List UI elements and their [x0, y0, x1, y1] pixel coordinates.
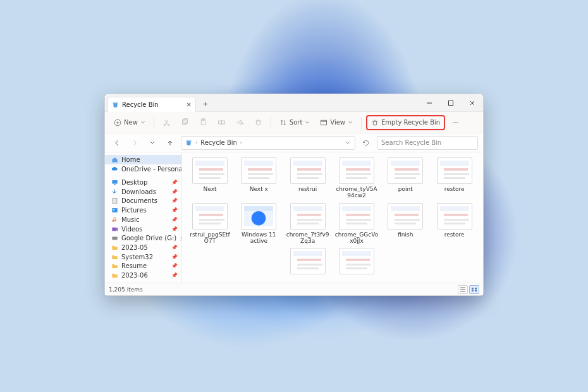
file-item[interactable]: Next x: [236, 157, 281, 199]
close-tab-icon[interactable]: ✕: [187, 101, 192, 108]
item-count: 1,205 items: [109, 286, 143, 293]
chevron-down-icon: [305, 120, 310, 125]
share-button[interactable]: [232, 115, 248, 130]
tab-recycle-bin[interactable]: Recycle Bin ✕: [107, 97, 196, 112]
details-view-button[interactable]: [458, 285, 468, 294]
file-item[interactable]: restore: [432, 157, 477, 199]
more-button[interactable]: ⋯: [448, 115, 463, 130]
minimize-button[interactable]: [419, 94, 440, 112]
new-button[interactable]: New: [110, 115, 149, 130]
refresh-button[interactable]: [359, 136, 373, 150]
sort-button[interactable]: Sort: [276, 115, 314, 130]
file-item[interactable]: rstrui_ppgSEtfO7T: [187, 203, 233, 245]
svg-point-2: [164, 124, 165, 125]
svg-rect-11: [114, 184, 116, 185]
paste-button[interactable]: [195, 115, 211, 130]
documents-icon: [111, 197, 118, 204]
sidebar-item-home[interactable]: Home: [105, 155, 181, 164]
rename-icon: [217, 118, 226, 126]
drive-icon: [111, 235, 118, 242]
desktop-icon: [111, 179, 118, 186]
cloud-icon: [111, 166, 118, 173]
file-item[interactable]: chrome_GGcVox0jJx: [334, 203, 379, 245]
file-item[interactable]: restrui: [285, 157, 331, 199]
folder-icon: [111, 254, 118, 260]
chevron-down-icon: [348, 120, 353, 125]
maximize-button[interactable]: [440, 94, 462, 112]
close-window-button[interactable]: [462, 94, 483, 112]
file-item[interactable]: Next: [187, 157, 233, 199]
file-item[interactable]: point: [383, 157, 428, 199]
sidebar-item-google-drive[interactable]: Google Drive (G:)📌: [105, 233, 181, 243]
file-explorer-window: Recycle Bin ✕ + New Sort V: [104, 94, 484, 296]
sidebar-item-system32[interactable]: System32📌: [105, 252, 181, 262]
thumbnail: [388, 157, 423, 184]
chevron-down-icon: [140, 120, 145, 125]
folder-icon: [111, 272, 118, 279]
search-input[interactable]: Search Recycle Bin: [377, 136, 478, 150]
back-button[interactable]: [110, 136, 124, 150]
folder-icon: [111, 262, 118, 269]
file-item[interactable]: chrome_7t3fv9Zq3a: [285, 203, 331, 245]
thumbnails-view-button[interactable]: [469, 285, 479, 294]
tab-title: Recycle Bin: [122, 101, 159, 108]
chevron-right-icon: ›: [240, 140, 242, 145]
sidebar-item-music[interactable]: Music📌: [105, 215, 181, 224]
sidebar-item-resume[interactable]: Resume📌: [105, 262, 181, 271]
chevron-down-icon[interactable]: [345, 140, 351, 146]
breadcrumb[interactable]: Recycle Bin: [200, 139, 237, 146]
file-item[interactable]: restore: [432, 203, 477, 245]
file-grid: Next Next x restrui chrome_tyV5A94cw2 po…: [187, 157, 478, 274]
svg-point-3: [168, 124, 169, 125]
cut-button[interactable]: [159, 115, 175, 130]
pin-icon: 📌: [171, 217, 178, 223]
sidebar-item-onedrive[interactable]: OneDrive - Personal: [105, 164, 181, 174]
view-toggle: [458, 285, 479, 294]
file-item[interactable]: Windows 11 active: [236, 203, 281, 245]
file-item[interactable]: [285, 248, 331, 274]
sidebar-item-2023-06[interactable]: 2023-06📌: [105, 271, 181, 280]
pin-icon: 📌: [171, 263, 178, 269]
thumbnail: [339, 157, 374, 184]
file-item[interactable]: [334, 248, 379, 274]
home-icon: [111, 156, 118, 163]
chevron-right-icon: ›: [195, 140, 197, 145]
thumbnail: [437, 157, 472, 184]
file-item[interactable]: chrome_tyV5A94cw2: [334, 157, 379, 199]
pin-icon: 📌: [171, 254, 178, 260]
sidebar-item-2023-05[interactable]: 2023-05📌: [105, 243, 181, 252]
new-tab-button[interactable]: +: [199, 97, 212, 111]
pin-icon: 📌: [171, 226, 178, 232]
sidebar-item-pictures[interactable]: Pictures📌: [105, 205, 181, 215]
thumbnail: [192, 203, 228, 230]
copy-button[interactable]: [177, 115, 193, 130]
recent-locations-button[interactable]: [145, 136, 159, 150]
content-pane[interactable]: Next Next x restrui chrome_tyV5A94cw2 po…: [182, 152, 483, 283]
address-row: › Recycle Bin › Search Recycle Bin: [105, 133, 483, 152]
sidebar-item-videos[interactable]: Videos📌: [105, 224, 181, 234]
address-bar[interactable]: › Recycle Bin ›: [181, 136, 355, 150]
delete-button[interactable]: [250, 115, 266, 130]
sidebar-item-downloads[interactable]: Downloads📌: [105, 187, 181, 197]
window-body: Home OneDrive - Personal Desktop📌 Downlo…: [105, 152, 483, 283]
thumbnail: [339, 248, 374, 274]
svg-point-14: [113, 209, 114, 211]
sidebar-item-desktop[interactable]: Desktop📌: [105, 178, 181, 187]
forward-button[interactable]: [128, 136, 142, 150]
rename-button[interactable]: [214, 115, 230, 130]
empty-recycle-bin-button[interactable]: Empty Recycle Bin: [366, 115, 445, 130]
up-button[interactable]: [163, 136, 177, 150]
svg-rect-0: [449, 101, 453, 105]
downloads-icon: [111, 188, 118, 195]
pin-icon: 📌: [171, 180, 178, 185]
file-item[interactable]: finish: [383, 203, 428, 245]
thumbnail: [290, 157, 326, 184]
thumbnail: [241, 157, 276, 184]
view-button[interactable]: View: [316, 115, 357, 130]
videos-icon: [111, 226, 118, 233]
thumbnail: [290, 203, 326, 230]
thumbnail: [241, 203, 276, 230]
sidebar-item-documents[interactable]: Documents📌: [105, 196, 181, 205]
pin-icon: 📌: [171, 245, 178, 250]
music-icon: [111, 216, 118, 223]
